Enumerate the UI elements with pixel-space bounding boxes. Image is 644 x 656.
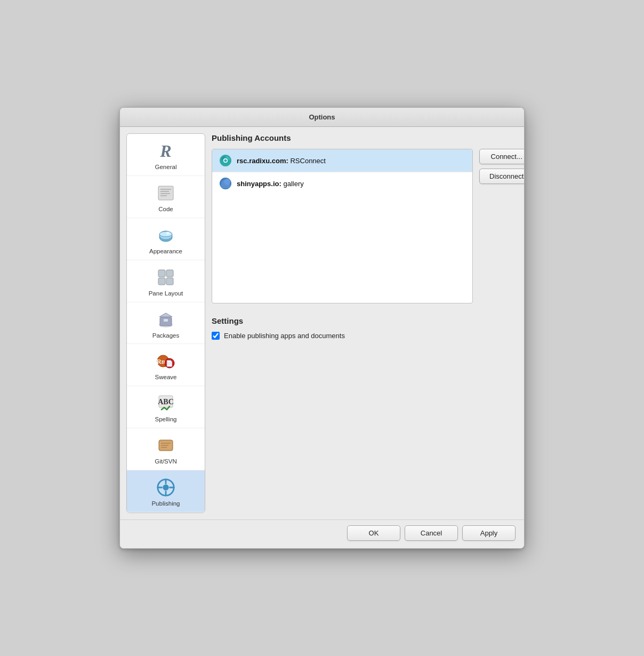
enable-publishing-checkbox[interactable] bbox=[212, 332, 220, 340]
accounts-row: rsc.radixu.com: RSConnect bbox=[212, 149, 525, 303]
accounts-buttons: Connect... Disconnect bbox=[479, 149, 525, 184]
sidebar-item-packages-label: Packages bbox=[152, 332, 180, 340]
sidebar-item-git-svn[interactable]: Git/SVN bbox=[127, 428, 205, 470]
svg-point-37 bbox=[224, 159, 227, 162]
settings-section: Settings Enable publishing apps and docu… bbox=[212, 316, 525, 340]
sidebar-item-general[interactable]: R General bbox=[127, 134, 205, 176]
appearance-icon bbox=[155, 225, 176, 246]
publishing-accounts-title: Publishing Accounts bbox=[212, 133, 525, 142]
rsconnect-account-name: rsc.radixu.com: RSConnect bbox=[237, 157, 326, 165]
apply-button[interactable]: Apply bbox=[462, 525, 516, 541]
sidebar-item-pane-layout[interactable]: Pane Layout bbox=[127, 260, 205, 302]
general-icon: R bbox=[155, 140, 176, 162]
svg-rect-17 bbox=[164, 319, 168, 322]
options-dialog: Options R General bbox=[119, 107, 525, 548]
svg-point-40 bbox=[224, 179, 230, 185]
sidebar-item-code[interactable]: Code bbox=[127, 176, 205, 218]
svg-point-30 bbox=[163, 484, 168, 490]
svg-marker-16 bbox=[159, 313, 172, 317]
disconnect-button[interactable]: Disconnect bbox=[479, 169, 525, 184]
connect-button[interactable]: Connect... bbox=[479, 149, 525, 164]
main-content: Publishing Accounts bbox=[212, 133, 525, 513]
rsconnect-icon bbox=[220, 155, 231, 166]
sidebar-item-publishing-label: Publishing bbox=[151, 500, 180, 508]
svg-text:📄: 📄 bbox=[166, 359, 173, 367]
svg-rect-11 bbox=[166, 270, 173, 277]
sidebar-item-packages[interactable]: Packages bbox=[127, 302, 205, 345]
sidebar-item-appearance[interactable]: Appearance bbox=[127, 218, 205, 260]
publishing-icon bbox=[155, 477, 176, 498]
svg-rect-10 bbox=[158, 270, 165, 277]
title-bar: Options bbox=[120, 108, 524, 127]
sidebar: R General Code bbox=[126, 133, 205, 513]
svg-rect-12 bbox=[158, 278, 165, 285]
sidebar-item-publishing[interactable]: Publishing bbox=[127, 470, 205, 513]
shinyapps-account-name: shinyapps.io: gallery bbox=[237, 180, 304, 188]
pane-layout-icon bbox=[155, 267, 176, 288]
sidebar-item-code-label: Code bbox=[158, 206, 173, 213]
enable-publishing-row: Enable publishing apps and documents bbox=[212, 332, 525, 340]
git-svn-icon bbox=[155, 435, 176, 456]
sidebar-item-spelling-label: Spelling bbox=[155, 416, 177, 423]
spelling-icon: ABC bbox=[155, 393, 176, 414]
sweave-icon: Rnw 📄 bbox=[155, 350, 176, 372]
svg-rect-0 bbox=[158, 186, 173, 200]
svg-rect-13 bbox=[166, 278, 173, 285]
accounts-list: rsc.radixu.com: RSConnect bbox=[212, 149, 473, 303]
account-item-shinyapps[interactable]: shinyapps.io: gallery bbox=[212, 172, 472, 195]
cancel-button[interactable]: Cancel bbox=[405, 525, 458, 541]
code-icon bbox=[155, 182, 176, 204]
settings-title: Settings bbox=[212, 316, 525, 325]
dialog-title: Options bbox=[128, 113, 516, 121]
account-item-rsconnect[interactable]: rsc.radixu.com: RSConnect bbox=[212, 149, 472, 172]
sidebar-item-appearance-label: Appearance bbox=[149, 248, 182, 255]
sidebar-item-pane-layout-label: Pane Layout bbox=[149, 290, 183, 298]
shinyapps-icon bbox=[220, 178, 231, 189]
sidebar-item-general-label: General bbox=[155, 164, 177, 171]
dialog-footer: OK Cancel Apply bbox=[120, 519, 524, 548]
sidebar-item-git-svn-label: Git/SVN bbox=[155, 458, 177, 466]
ok-button[interactable]: OK bbox=[347, 525, 400, 541]
packages-icon bbox=[155, 309, 176, 330]
enable-publishing-label[interactable]: Enable publishing apps and documents bbox=[224, 332, 345, 340]
sidebar-item-sweave[interactable]: Rnw 📄 Sweave bbox=[127, 344, 205, 386]
sidebar-item-spelling[interactable]: ABC Spelling bbox=[127, 386, 205, 428]
sidebar-item-sweave-label: Sweave bbox=[155, 374, 177, 381]
svg-point-8 bbox=[159, 231, 172, 237]
svg-text:ABC: ABC bbox=[158, 398, 174, 406]
svg-point-9 bbox=[166, 231, 170, 235]
dialog-body: R General Code bbox=[120, 127, 524, 519]
